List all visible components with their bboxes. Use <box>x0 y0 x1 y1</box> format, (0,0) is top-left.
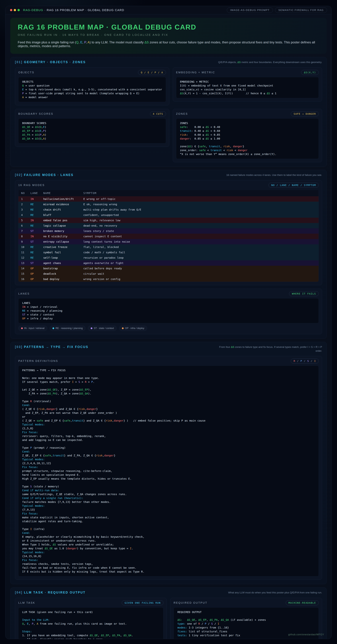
zones-code: ZONESsafe: 0.00 ≤ ΔS < 0.40transit: 0.40… <box>176 118 319 159</box>
lane-dot-icon <box>21 328 23 329</box>
badge-zones: SAFE → DANGER <box>291 111 319 116</box>
lane-dot-icon <box>122 328 124 329</box>
section-note-patterns: From four ΔS zones to failure type and f… <box>215 345 322 353</box>
table-row: 13STagent chaosagents overwrite or fight <box>18 260 318 266</box>
table-row: 5INembed false possim high, relevance lo… <box>18 218 318 223</box>
llm-task-code: LLM TASK (given one failing run + this c… <box>18 608 164 639</box>
objects-code: OBJECTSQ = user questionE = top-k retrie… <box>18 77 166 102</box>
table-row: 14OPbootstrapcalled before deps ready <box>18 266 318 271</box>
lane-dot-icon <box>91 328 92 329</box>
panel-label-llm-task: LLM TASK <box>18 601 35 604</box>
section-geometry: [01] GEOMETRY · OBJECTS · ZONES Q/E/P/A … <box>10 57 327 167</box>
card-body: RAG 16 PROBLEM MAP · GLOBAL DEBUG CARD O… <box>6 14 332 639</box>
lane-legend-chip: RE · reasoning / planning <box>50 326 86 331</box>
boundary-code: BOUNDARY SCORESΔS_QE = ΔS(Q,E)ΔS_EP = ΔS… <box>18 118 166 144</box>
badge-llm-task: GIVEN ONE FAILING RUN <box>122 600 164 605</box>
panel-label-required-output: REQUIRED OUTPUT <box>174 601 207 604</box>
panel-label-embedding: EMBEDDING + METRIC <box>176 71 215 74</box>
lane-legend-chip: OP · infra / deploy <box>119 326 147 331</box>
lane-legend-chip: ST · state / context <box>88 326 117 331</box>
section-title-failure-modes: [02] FAILURE MODES · LANES <box>15 173 74 177</box>
table-row: 8INno E visibilitycannot inspect E conte… <box>18 234 318 239</box>
page-subtitle: ONE FAILING RUN IN · 16 WAYS TO BREAK · … <box>18 33 319 36</box>
section-title-llm-task: [04] LLM TASK · REQUIRED OUTPUT <box>15 591 86 594</box>
header-tag-image-as-debug-prompt: IMAGE-AS-DEBUG PROMPT <box>227 8 273 13</box>
modes-table: NO LANE NAME SYMPTOM 1INhallucination/dr… <box>18 190 319 282</box>
hero-banner: RAG 16 PROBLEM MAP · GLOBAL DEBUG CARD O… <box>10 18 327 54</box>
panel-required-output: REQUIRED OUTPUT MACHINE-READABLE REQUIRE… <box>170 598 322 639</box>
section-failure-modes: [02] FAILURE MODES · LANES 16 named fail… <box>10 170 327 339</box>
titlebar: RAG-DEBUG · RAG 16 PROBLEM MAP · GLOBAL … <box>6 6 332 14</box>
window-close-icon[interactable] <box>10 9 12 11</box>
panel-objects: OBJECTS Q / E / P / A OBJECTSQ = user qu… <box>15 68 169 105</box>
badge-patterns: R / P / S / I <box>291 358 319 364</box>
window-minimize-icon[interactable] <box>14 9 16 11</box>
lane-legend-chip: IN · input / retrieval <box>18 326 47 331</box>
panel-pattern-definitions: PATTERN DEFINITIONS R / P / S / I PATTER… <box>15 356 322 580</box>
page: RAG-DEBUG · RAG 16 PROBLEM MAP · GLOBAL … <box>0 0 337 644</box>
badge-required-output: MACHINE-READABLE <box>286 600 319 605</box>
panel-lanes: LANES WHERE IT FAILS LANESIN = input / r… <box>15 289 322 334</box>
footer-url: github.com/onestardao/WFGY <box>288 633 324 636</box>
lane-dot-icon <box>52 328 54 329</box>
table-row: 16OPbad deploywrong version or config <box>18 276 318 282</box>
section-llm-task: [04] LLM TASK · REQUIRED OUTPUT What any… <box>10 588 327 639</box>
lanes-code: LANESIN = input / retrievalRE = reasonin… <box>18 298 319 323</box>
table-row: 4REbluffconfident, unsupported <box>18 212 318 218</box>
badge-boundary: 4 CUTS <box>150 111 166 116</box>
panel-boundary-scores: BOUNDARY SCORES 4 CUTS BOUNDARY SCORESΔS… <box>15 109 169 147</box>
panel-label-objects: OBJECTS <box>18 71 34 74</box>
window-zoom-icon[interactable] <box>18 9 20 11</box>
patterns-code: PATTERNS → TYPE → FIX FOCUS Note: one mo… <box>18 366 319 576</box>
badge-embedding: ΔS(X,Y) <box>301 70 319 75</box>
section-patterns: [03] PATTERNS → TYPE → FIX FOCUS From fo… <box>10 342 327 584</box>
table-row: 12REself-looprecursion or paradox loop <box>18 255 318 260</box>
table-row: 2REmisread evidenceE ok, reasoning wrong <box>18 202 318 207</box>
column-header-no: NO <box>18 190 28 196</box>
section-note-failure-modes: 16 named failure modes across 4 lanes. U… <box>226 173 322 177</box>
table-row: 11REsymbol failcode / math / symbols fai… <box>18 250 318 255</box>
panel-rag-modes: 16 RAG MODES NO / LANE / NAME / SYMPTOM … <box>15 180 322 285</box>
column-header-symptom: SYMPTOM <box>81 190 318 196</box>
page-title: RAG 16 PROBLEM MAP · GLOBAL DEBUG CARD <box>18 23 319 31</box>
section-title-geometry: [01] GEOMETRY · OBJECTS · ZONES <box>15 60 86 64</box>
badge-lanes: WHERE IT FAILS <box>289 291 319 296</box>
table-row: 7STbroken memoryloses story / state <box>18 228 318 234</box>
panel-label-zones: ZONES <box>176 112 188 115</box>
modes-table-header: NO LANE NAME SYMPTOM <box>18 190 318 196</box>
window-title: RAG-DEBUG · RAG 16 PROBLEM MAP · GLOBAL … <box>23 8 124 12</box>
table-row: 3REchain driftmulti-step plan drifts awa… <box>18 207 318 212</box>
panel-label-rag-modes: 16 RAG MODES <box>18 184 45 187</box>
table-row: 10REcreative freezeflat, literal, blocke… <box>18 244 318 250</box>
table-row: 6RElogic collapsedead-end, no recovery <box>18 223 318 228</box>
panel-label-patterns: PATTERN DEFINITIONS <box>18 360 58 362</box>
header-tag-semantic-firewall: SEMANTIC FIREWALL FOR RAG <box>275 8 327 13</box>
embedding-code: EMBEDDING + METRICI(X) = embedding of te… <box>176 77 319 98</box>
debug-card-window: RAG-DEBUG · RAG 16 PROBLEM MAP · GLOBAL … <box>5 6 332 639</box>
lane-legend: IN · input / retrievalRE · reasoning / p… <box>18 326 319 331</box>
panel-label-boundary: BOUNDARY SCORES <box>18 112 54 115</box>
badge-objects: Q / E / P / A <box>138 70 166 75</box>
badge-rag-modes: NO / LANE / NAME / SYMPTOM <box>268 183 319 188</box>
panel-embedding-metric: EMBEDDING + METRIC ΔS(X,Y) EMBEDDING + M… <box>173 68 322 102</box>
section-note-llm-task: What any LLM must do when you feed this … <box>228 591 322 594</box>
panel-llm-task: LLM TASK GIVEN ONE FAILING RUN LLM TASK … <box>15 598 167 639</box>
table-row: 15OPdeadlockcircular wait <box>18 271 318 276</box>
section-title-patterns: [03] PATTERNS → TYPE → FIX FOCUS <box>15 345 88 349</box>
column-header-lane: LANE <box>28 190 40 196</box>
table-row: 9STentropy collapselong context turns in… <box>18 239 318 244</box>
section-note-geometry: Q/E/P/A objects, ΔS metric and four boun… <box>218 60 322 64</box>
panel-label-lanes: LANES <box>18 292 30 295</box>
panel-zones: ZONES SAFE → DANGER ZONESsafe: 0.00 ≤ ΔS… <box>173 109 322 162</box>
column-header-name: NAME <box>40 190 81 196</box>
intro-paragraph: Feed this image plus a single failing ru… <box>18 40 319 48</box>
table-row: 1INhallucination/driftE wrong or off-top… <box>18 196 318 202</box>
